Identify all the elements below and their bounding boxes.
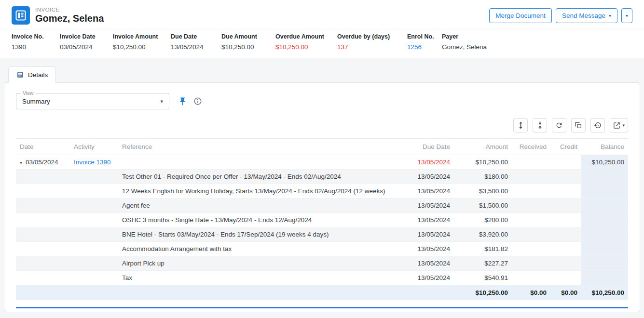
- summary-field-value[interactable]: 1256: [407, 43, 442, 51]
- pin-view-button[interactable]: [178, 97, 187, 106]
- reference-cell: [118, 155, 403, 170]
- more-actions-button[interactable]: ▾: [621, 8, 632, 23]
- invoice-line-row[interactable]: Test Other 01 - Required Once per Offer …: [16, 170, 628, 184]
- reference-cell: BNE Hotel - Starts 03/May/2024 - Ends 17…: [118, 227, 403, 242]
- summary-field-value: Gomez, Selena: [442, 43, 632, 51]
- invoice-line-row[interactable]: Airport Pick up13/05/2024$227.27: [16, 256, 628, 271]
- refresh-button[interactable]: [552, 118, 566, 132]
- credit-cell: [550, 199, 581, 213]
- column-header-activity[interactable]: Activity: [70, 139, 118, 155]
- activity-cell: [70, 170, 118, 184]
- amount-cell: $3,500.00: [454, 184, 512, 199]
- tab-details[interactable]: Details: [8, 66, 56, 83]
- copy-button[interactable]: [571, 118, 586, 132]
- received-cell: [512, 271, 550, 285]
- summary-field-label: Invoice Date: [60, 33, 113, 40]
- invoice-line-row[interactable]: Agent fee13/05/2024$1,500.00: [16, 199, 628, 213]
- send-message-button[interactable]: Send Message ▾: [556, 8, 617, 23]
- column-header-amount[interactable]: Amount: [454, 139, 512, 155]
- received-cell: [512, 199, 550, 213]
- invoice-line-row[interactable]: 12 Weeks English for Working Holiday, St…: [16, 184, 628, 199]
- details-tab-icon: [16, 71, 24, 79]
- summary-field-value: 13/05/2024: [171, 43, 221, 51]
- summary-field: Overdue Amount$10,250.00: [275, 33, 337, 51]
- summary-field-value: $10,250.00: [275, 43, 337, 51]
- tab-bar: Details: [0, 66, 644, 82]
- due-date-cell: 13/05/2024: [403, 155, 454, 170]
- page-title: Gomez, Selena: [35, 13, 104, 24]
- chevron-down-icon: ▾: [609, 13, 611, 18]
- due-date-cell: 13/05/2024: [403, 170, 454, 184]
- total-credit: $0.00: [550, 285, 581, 301]
- summary-field-label: Payer: [442, 33, 632, 40]
- invoice-line-row[interactable]: OSHC 3 months - Single Rate - 13/May/202…: [16, 213, 628, 227]
- date-cell: ▾03/05/2024: [16, 155, 70, 170]
- history-button[interactable]: [590, 118, 605, 132]
- summary-field-label: Overdue Amount: [275, 33, 337, 40]
- invoice-group-row[interactable]: ▾03/05/2024Invoice 139013/05/2024$10,250…: [16, 155, 628, 170]
- merge-document-button[interactable]: Merge Document: [489, 8, 552, 23]
- summary-field: Due Amount$10,250.00: [221, 33, 275, 51]
- export-icon: [613, 122, 620, 129]
- balance-cell: [581, 199, 628, 213]
- invoice-line-row[interactable]: BNE Hotel - Starts 03/May/2024 - Ends 17…: [16, 227, 628, 242]
- grid-toolbar: ▾: [4, 109, 640, 138]
- activity-cell: [70, 256, 118, 271]
- summary-field-label: Overdue by (days): [337, 33, 407, 40]
- summary-field-label: Due Amount: [221, 33, 275, 40]
- activity-cell: [70, 227, 118, 242]
- reference-cell: Agent fee: [118, 199, 403, 213]
- copy-icon: [575, 121, 582, 129]
- summary-field-label: Due Date: [171, 33, 221, 40]
- due-date-cell: 13/05/2024: [403, 271, 454, 285]
- page-header: INVOICE Gomez, Selena Merge Document Sen…: [0, 0, 644, 29]
- grid-header-row: DateActivityReferenceDue DateAmountRecei…: [16, 139, 628, 155]
- received-cell: [512, 256, 550, 271]
- amount-cell: $200.00: [454, 213, 512, 227]
- content-region: Details View Summary ▾: [0, 58, 644, 318]
- total-amount: $10,250.00: [454, 285, 512, 301]
- due-date-cell: 13/05/2024: [403, 227, 454, 242]
- info-button[interactable]: [193, 97, 202, 106]
- credit-cell: [550, 170, 581, 184]
- summary-field: Invoice Date03/05/2024: [60, 33, 113, 51]
- column-header-due_date[interactable]: Due Date: [403, 139, 454, 155]
- invoice-activity-link[interactable]: Invoice 1390: [74, 159, 111, 166]
- reference-cell: Tax: [118, 271, 403, 285]
- row-collapse-caret-icon[interactable]: ▾: [20, 160, 22, 165]
- column-header-date[interactable]: Date: [16, 139, 70, 155]
- credit-cell: [550, 256, 581, 271]
- balance-cell: [581, 213, 628, 227]
- column-header-balance[interactable]: Balance: [581, 139, 628, 155]
- date-cell: [16, 227, 70, 242]
- due-date-cell: 13/05/2024: [403, 242, 454, 256]
- history-icon: [594, 121, 602, 129]
- invoice-app-icon: [12, 6, 30, 25]
- export-button[interactable]: ▾: [610, 118, 628, 132]
- due-date-cell: 13/05/2024: [403, 256, 454, 271]
- activity-cell: [70, 184, 118, 199]
- received-cell: [512, 242, 550, 256]
- collapse-rows-button[interactable]: [533, 118, 547, 132]
- invoice-line-row[interactable]: Accommodation Arrangement with tax13/05/…: [16, 242, 628, 256]
- date-cell: [16, 242, 70, 256]
- activity-cell: [70, 213, 118, 227]
- reference-cell: Airport Pick up: [118, 256, 403, 271]
- expand-rows-button[interactable]: [513, 118, 528, 132]
- balance-cell: [581, 170, 628, 184]
- summary-field: Due Date13/05/2024: [171, 33, 221, 51]
- amount-cell: $1,500.00: [454, 199, 512, 213]
- record-type-label: INVOICE: [35, 7, 104, 13]
- invoice-line-row[interactable]: Tax13/05/2024$540.91: [16, 271, 628, 285]
- amount-cell: $227.27: [454, 256, 512, 271]
- pin-icon: [178, 97, 187, 106]
- summary-field-label: Invoice Amount: [113, 33, 171, 40]
- column-header-credit[interactable]: Credit: [550, 139, 581, 155]
- amount-cell: $10,250.00: [454, 155, 512, 170]
- view-select[interactable]: View Summary ▾: [16, 93, 169, 109]
- view-select-floating-label: View: [21, 90, 36, 96]
- column-header-reference[interactable]: Reference: [118, 139, 403, 155]
- reference-cell: Accommodation Arrangement with tax: [118, 242, 403, 256]
- column-header-received[interactable]: Received: [512, 139, 550, 155]
- view-row: View Summary ▾: [4, 83, 640, 109]
